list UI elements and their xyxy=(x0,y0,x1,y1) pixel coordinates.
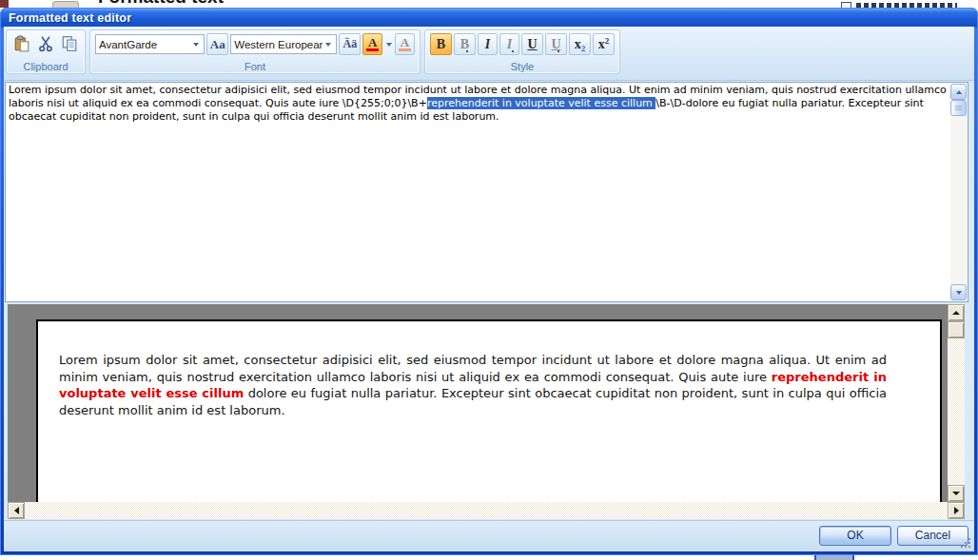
scroll-left-icon xyxy=(14,507,19,514)
italic-off-glyph: I xyxy=(507,37,512,52)
font-color-dropdown-button[interactable] xyxy=(384,33,393,55)
background-window-sliver: Formatted text xyxy=(0,0,978,8)
superscript-base-glyph: x xyxy=(598,37,605,52)
scroll-down-icon xyxy=(956,291,962,295)
bold-off-button[interactable]: B xyxy=(454,33,476,55)
subscript-base-glyph: x xyxy=(575,37,581,52)
background-fragment-red xyxy=(0,0,9,8)
bold-on-button[interactable]: B xyxy=(430,33,452,55)
font-name-combobox[interactable]: AvantGarde xyxy=(95,34,205,54)
markup-text[interactable]: Lorem ipsum dolor sit amet, consectetur … xyxy=(9,84,947,300)
superscript-button[interactable]: x2 xyxy=(593,33,615,55)
preview-scroll-up-button[interactable] xyxy=(948,304,965,321)
charset-value: Western European xyxy=(234,39,323,50)
scroll-up-icon xyxy=(956,90,962,94)
editor-scrollbar[interactable] xyxy=(950,84,967,300)
font-name-dropdown-icon[interactable] xyxy=(190,43,201,47)
underline-off-glyph: U xyxy=(551,37,560,52)
background-window-text: Formatted text xyxy=(98,0,224,8)
preview-pane: Lorem ipsum dolor sit amet, consectetur … xyxy=(8,304,965,519)
underline-off-button[interactable]: U xyxy=(545,33,567,55)
subscript-button[interactable]: x2 xyxy=(569,33,591,55)
background-color-button[interactable]: A xyxy=(395,33,415,55)
editor-scroll-thumb[interactable] xyxy=(950,100,967,116)
italic-off-button[interactable]: I xyxy=(499,33,519,55)
copy-icon xyxy=(61,35,78,55)
dialog-title: Formatted text editor xyxy=(9,11,131,25)
diacritics-button[interactable]: Ää xyxy=(339,33,361,55)
editor-scroll-up-button[interactable] xyxy=(950,84,967,100)
ok-button[interactable]: OK xyxy=(819,526,891,546)
italic-on-glyph: I xyxy=(485,37,490,52)
background-bottom-fragment xyxy=(814,555,854,560)
scroll-down-icon xyxy=(952,492,960,495)
cancel-button[interactable]: Cancel xyxy=(897,526,968,546)
preview-horizontal-scrollbar[interactable] xyxy=(8,502,965,519)
scroll-up-icon xyxy=(952,311,960,315)
charset-dropdown-icon[interactable] xyxy=(323,43,333,47)
dialog-body: Clipboard AvantGarde Aa Western Europea xyxy=(4,27,974,551)
preview-scroll-right-button[interactable] xyxy=(948,502,965,519)
preview-scroll-left-button[interactable] xyxy=(8,502,25,519)
font-size-label: Aa xyxy=(210,37,225,52)
subscript-mark-glyph: 2 xyxy=(581,44,586,53)
italic-on-button[interactable]: I xyxy=(478,33,498,55)
underline-on-button[interactable]: U xyxy=(521,33,543,55)
font-group: AvantGarde Aa Western European Ää xyxy=(89,29,421,74)
bold-off-glyph: B xyxy=(460,37,469,52)
background-color-swatch xyxy=(399,48,411,51)
font-color-swatch xyxy=(366,48,379,51)
editor-scroll-down-button[interactable] xyxy=(950,284,967,300)
charset-combobox[interactable]: Western European xyxy=(230,34,337,54)
preview-vertical-scrollbar[interactable] xyxy=(948,304,965,502)
style-group: B B I I U xyxy=(424,29,620,74)
formatted-text-editor-dialog: Formatted text editor xyxy=(0,8,978,555)
scroll-right-icon xyxy=(954,507,959,514)
markup-text-editor[interactable]: Lorem ipsum dolor sit amet, consectetur … xyxy=(5,82,968,302)
paste-icon xyxy=(13,35,30,55)
underline-on-glyph: U xyxy=(527,37,537,52)
background-color-letter: A xyxy=(401,37,409,48)
font-color-button[interactable]: A xyxy=(362,33,382,55)
button-bar: OK Cancel xyxy=(4,520,974,551)
cut-button[interactable] xyxy=(35,33,57,56)
clipboard-group-label: Clipboard xyxy=(7,61,85,72)
markup-text-selection: reprehenderit in voluptate velit esse ci… xyxy=(427,97,655,109)
superscript-mark-glyph: 2 xyxy=(605,36,610,46)
preview-scroll-down-button[interactable] xyxy=(948,485,965,502)
title-bar[interactable]: Formatted text editor xyxy=(1,9,977,28)
clipboard-group: Clipboard xyxy=(6,29,86,74)
screen: Formatted text Formatted text editor xyxy=(0,0,978,560)
preview-text: Lorem ipsum dolor sit amet, consectetur … xyxy=(59,352,887,418)
preview-text-before: Lorem ipsum dolor sit amet, consectetur … xyxy=(59,353,887,384)
font-name-value: AvantGarde xyxy=(99,39,190,50)
scissors-icon xyxy=(37,35,54,55)
diacritics-label: Ää xyxy=(342,37,357,51)
resize-grip[interactable] xyxy=(961,538,972,550)
font-color-letter: A xyxy=(368,37,377,48)
preview-canvas: Lorem ipsum dolor sit amet, consectetur … xyxy=(8,304,948,502)
ribbon: Clipboard AvantGarde Aa Western Europea xyxy=(4,27,974,81)
font-group-label: Font xyxy=(90,61,420,72)
chevron-down-icon xyxy=(386,43,392,47)
background-fragment-tab xyxy=(52,1,79,8)
preview-vertical-scroll-thumb[interactable] xyxy=(948,321,965,338)
font-size-button[interactable]: Aa xyxy=(206,33,228,55)
bold-on-glyph: B xyxy=(437,37,445,52)
style-group-label: Style xyxy=(425,61,619,72)
paste-button[interactable] xyxy=(11,33,33,56)
copy-button[interactable] xyxy=(58,33,80,56)
preview-page: Lorem ipsum dolor sit amet, consectetur … xyxy=(36,319,942,502)
